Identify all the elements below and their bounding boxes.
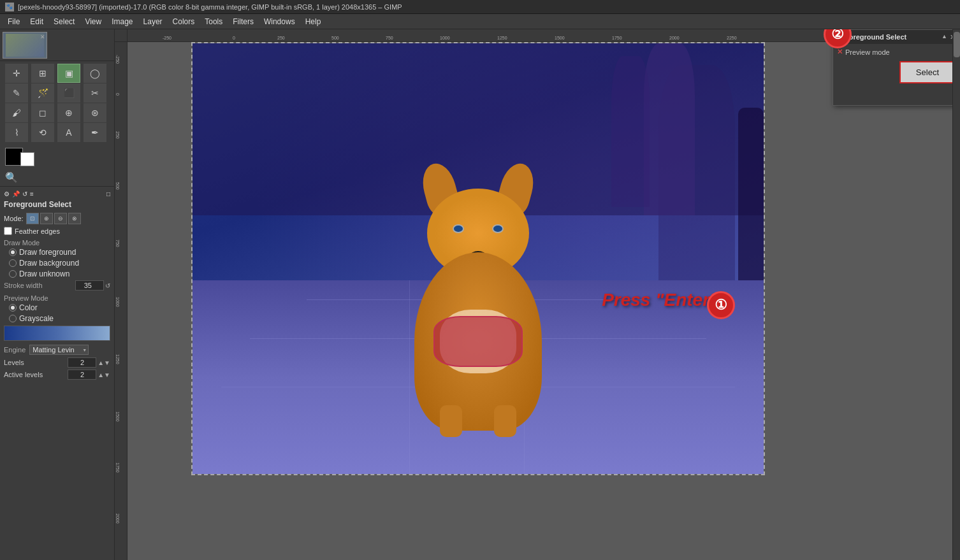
engine-row: Engine Matting Levin Matting Global (4, 345, 110, 355)
tool-paintbrush[interactable]: 🖌 (5, 103, 28, 122)
tool-align[interactable]: ⊞ (31, 64, 54, 83)
menu-view[interactable]: View (80, 16, 106, 27)
panel-reset-icon: ↺ (22, 190, 27, 197)
mode-label: Mode: (4, 215, 24, 222)
canvas-area[interactable]: -250 0 250 500 750 1000 1250 1500 1750 2… (115, 29, 960, 560)
preview-mode-text: Preview mode (845, 48, 890, 56)
engine-label: Engine (4, 346, 25, 354)
image-toolbar: ✕ (0, 29, 114, 61)
corgi-eye-right (492, 224, 504, 233)
engine-select[interactable]: Matting Levin Matting Global (29, 345, 89, 355)
tool-heal[interactable]: ⊛ (84, 103, 106, 122)
menu-tools[interactable]: Tools (200, 16, 228, 27)
preview-grayscale-row: Grayscale (9, 314, 110, 323)
tool-eraser[interactable]: ◻ (31, 103, 54, 122)
menu-select[interactable]: Select (48, 16, 80, 27)
thumbnail-close-icon[interactable]: ✕ (40, 34, 45, 40)
feather-edges-row: Feather edges (4, 227, 110, 235)
preview-close-icon[interactable]: ✕ (837, 48, 843, 56)
stroke-width-label: Stroke width (4, 282, 75, 289)
select-button[interactable]: Select (899, 61, 956, 83)
draw-foreground-radio[interactable] (9, 248, 17, 256)
menu-filters[interactable]: Filters (228, 16, 259, 27)
scrollbar-thumb[interactable] (954, 32, 960, 57)
panel-up-icon[interactable]: ▲ (942, 33, 947, 41)
menu-help[interactable]: Help (300, 16, 326, 27)
tool-path[interactable]: ⌇ (5, 123, 28, 142)
preview-mode-row: ✕ Preview mode (837, 48, 956, 56)
canvas-wrapper: -250 0 250 500 750 1000 1250 1500 1750 2… (115, 29, 960, 560)
thumbnail-preview (6, 34, 44, 57)
draw-mode-label: Draw Mode (4, 239, 110, 247)
crowd-person-3 (611, 56, 650, 207)
search-icon[interactable]: 🔍 (5, 172, 18, 183)
preview-gradient-bar (4, 326, 110, 341)
panel-expand-icon[interactable]: □ (106, 190, 110, 197)
image-thumbnail[interactable]: ✕ (3, 32, 47, 59)
active-levels-reset[interactable]: ▲▼ (98, 371, 110, 378)
preview-color-radio[interactable] (9, 304, 17, 312)
mode-add-btn[interactable]: ⊕ (40, 213, 53, 224)
menu-windows[interactable]: Windows (259, 16, 300, 27)
press-enter-text: Press "Enter" (602, 290, 718, 310)
tool-eyedropper[interactable]: ✒ (84, 123, 106, 142)
preview-color-row: Color (9, 303, 110, 312)
background-color-swatch[interactable] (20, 152, 34, 166)
panel-bookmark-icon: 📌 (12, 190, 20, 197)
engine-select-wrapper: Matting Levin Matting Global (29, 345, 89, 355)
levels-row: Levels ▲▼ (4, 357, 110, 368)
menu-edit[interactable]: Edit (25, 16, 48, 27)
feather-edges-checkbox[interactable] (4, 227, 12, 235)
draw-unknown-radio[interactable] (9, 270, 17, 278)
corgi-harness (433, 316, 523, 367)
active-levels-input[interactable] (68, 370, 96, 380)
preview-grayscale-radio[interactable] (9, 315, 17, 322)
tool-text[interactable]: A (57, 123, 80, 142)
draw-background-radio[interactable] (9, 259, 17, 267)
fg-select-panel: ⊞ Foreground Select ▲ ✕ ② ✕ Preview mode (833, 29, 960, 106)
title-bar: 🐾 [pexels-hnoody93-58997] (imported)-17.… (0, 0, 960, 14)
draw-foreground-row: Draw foreground (9, 248, 110, 257)
tool-rect-select[interactable]: ▣ (57, 64, 80, 83)
fg-panel-title-bar: ⊞ Foreground Select ▲ ✕ (833, 30, 959, 44)
tool-scissors[interactable]: ✂ (84, 83, 106, 103)
fg-panel-body: ✕ Preview mode Select (833, 44, 959, 87)
fg-panel-title-text: Foreground Select (845, 33, 906, 41)
preview-grayscale-label: Grayscale (19, 314, 54, 323)
select-button-container: Select (837, 61, 956, 83)
tool-transform[interactable]: ⟲ (31, 123, 54, 142)
levels-input[interactable] (68, 357, 96, 368)
preview-color-label: Color (19, 303, 38, 312)
vertical-scrollbar[interactable] (952, 29, 960, 560)
toolbox: ✕ ✛ ⊞ ▣ ◯ ✎ 🪄 ⬛ ✂ 🖌 ◻ ⊕ ⊛ ⌇ ⟲ A ✒ (0, 29, 115, 560)
panel-config-icon: ⚙ (4, 190, 10, 197)
stroke-width-reset[interactable]: ↺ (105, 282, 110, 289)
tool-name-label: Foreground Select (4, 200, 110, 209)
tool-fuzzy-select[interactable]: 🪄 (31, 83, 54, 103)
corgi-leg-front-left (440, 405, 462, 437)
tool-free-select[interactable]: ✎ (5, 83, 28, 103)
mode-replace-btn[interactable]: ⊡ (26, 213, 39, 224)
mode-subtract-btn[interactable]: ⊖ (54, 213, 67, 224)
menu-image[interactable]: Image (106, 16, 138, 27)
menu-colors[interactable]: Colors (168, 16, 200, 27)
tool-move[interactable]: ✛ (5, 64, 28, 83)
ruler-corner (115, 29, 127, 42)
image-canvas-content[interactable]: Press "Enter" ① (191, 42, 765, 475)
stroke-width-input[interactable] (75, 280, 104, 291)
menu-layer[interactable]: Layer (138, 16, 168, 27)
tool-clone[interactable]: ⊕ (57, 103, 80, 122)
title-text: [pexels-hnoody93-58997] (imported)-17.0 … (18, 3, 402, 11)
levels-reset[interactable]: ▲▼ (98, 359, 110, 366)
menu-file[interactable]: File (3, 16, 25, 27)
tool-select-by-color[interactable]: ⬛ (57, 83, 80, 103)
ruler-vertical: -250 0 250 500 750 1000 1250 1500 1750 2… (115, 42, 127, 560)
step-badge-1: ① (707, 291, 735, 319)
active-levels-label: Active levels (4, 371, 68, 378)
tool-options-panel: ⚙ 📌 ↺ ≡ □ Foreground Select Mode: ⊡ ⊕ ⊖ … (0, 186, 114, 560)
tool-ellipse-select[interactable]: ◯ (84, 64, 106, 83)
feather-edges-label: Feather edges (15, 227, 60, 235)
stroke-width-row: Stroke width ↺ (4, 280, 110, 291)
mode-intersect-btn[interactable]: ⊗ (68, 213, 81, 224)
color-swatches (0, 145, 114, 169)
